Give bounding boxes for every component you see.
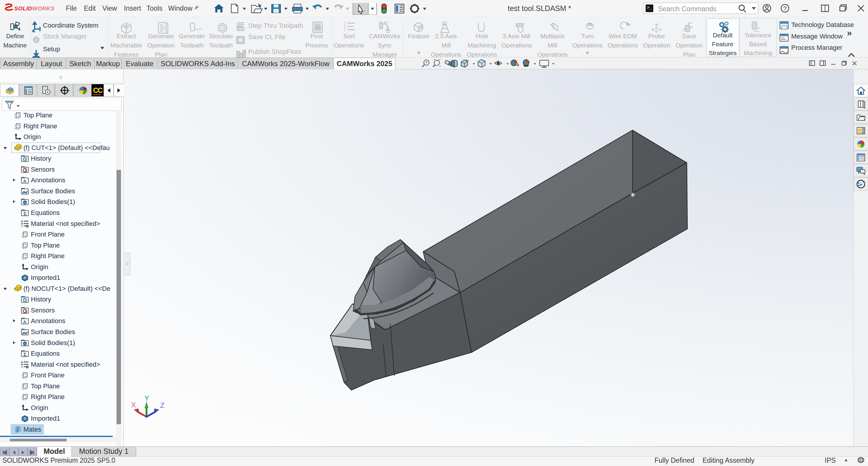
svg-text:Z: Z bbox=[160, 401, 164, 409]
svg-text:A: A bbox=[23, 179, 26, 184]
svg-text:Y: Y bbox=[145, 396, 149, 402]
svg-text:G1: G1 bbox=[315, 25, 321, 30]
svg-text:Σ: Σ bbox=[24, 352, 26, 357]
svg-text:Σ: Σ bbox=[24, 211, 26, 216]
svg-text:X: X bbox=[131, 401, 136, 409]
svg-text:?: ? bbox=[783, 5, 787, 12]
svg-text:A: A bbox=[23, 319, 26, 324]
